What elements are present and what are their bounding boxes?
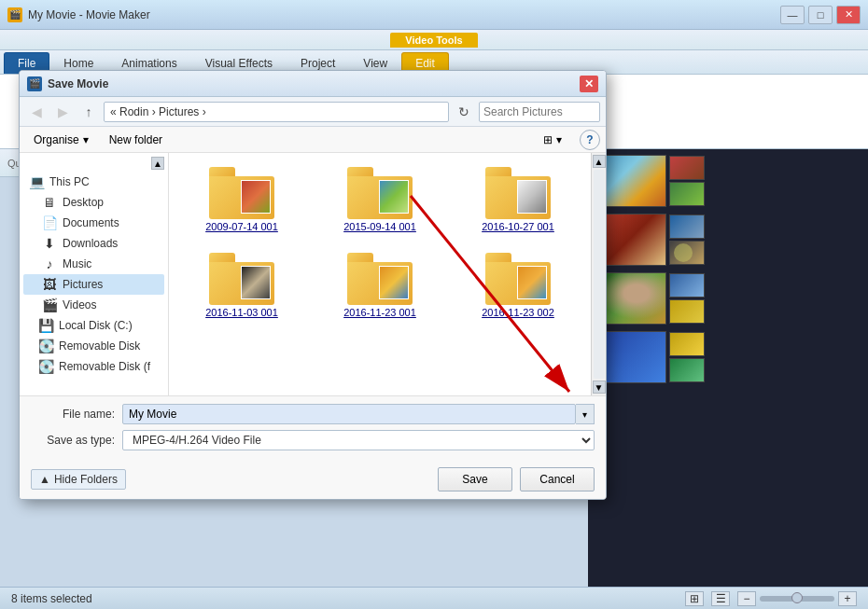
cancel-btn[interactable]: Cancel <box>520 467 595 491</box>
scroll-up-btn[interactable]: ▲ <box>593 155 606 168</box>
dialog-footer: File name: ▾ Save as type: MPEG-4/H.264 … <box>20 395 606 464</box>
folder-2016-11-23-002[interactable]: 2016-11-23 002 <box>453 246 583 325</box>
folder-2016-11-23-001[interactable]: 2016-11-23 001 <box>315 246 445 325</box>
sidebar-item-removable-disk-f[interactable]: 💽 Removable Disk (f <box>23 356 164 377</box>
thumbnail-1[interactable] <box>592 153 864 209</box>
dialog-scrollbar[interactable]: ▲ ▼ <box>591 153 606 395</box>
view-icon-1[interactable]: ⊞ <box>685 591 704 606</box>
thumbnail-strip <box>588 149 868 389</box>
folder-2009-07-14-001[interactable]: 2009-07-14 001 <box>176 160 307 239</box>
folder-photo-1 <box>241 180 271 214</box>
view-icon-2[interactable]: ☰ <box>711 591 730 606</box>
videos-icon: 🎬 <box>42 298 57 312</box>
filename-dropdown-btn[interactable]: ▾ <box>576 404 595 424</box>
downloads-icon: ⬇ <box>42 236 57 251</box>
folder-icon-5 <box>347 253 413 305</box>
sidebar-item-this-pc[interactable]: 💻 This PC <box>23 172 164 192</box>
folder-label-5: 2016-11-23 001 <box>343 307 416 318</box>
search-box: 🔍 <box>479 102 600 122</box>
filename-input[interactable] <box>122 404 576 424</box>
new-folder-btn[interactable]: New folder <box>101 130 171 150</box>
view-chevron: ▾ <box>556 133 562 146</box>
folder-label-4: 2016-11-03 001 <box>205 307 278 318</box>
sidebar-item-documents[interactable]: 📄 Documents <box>23 213 164 233</box>
scroll-down-btn[interactable]: ▼ <box>593 381 606 394</box>
thumb-3-sub-1 <box>669 273 705 298</box>
music-icon: ♪ <box>42 256 57 271</box>
sidebar-label-removable-disk: Removable Disk <box>59 339 140 353</box>
status-bar: 8 items selected ⊞ ☰ − + <box>0 587 868 609</box>
nav-refresh-btn[interactable]: ↻ <box>453 102 475 122</box>
sidebar-item-pictures[interactable]: 🖼 Pictures <box>23 274 164 295</box>
thumbnail-3[interactable] <box>592 270 864 326</box>
sidebar-item-removable-disk[interactable]: 💽 Removable Disk <box>23 336 164 356</box>
sidebar-item-videos[interactable]: 🎬 Videos <box>23 295 164 315</box>
removable-disk-f-icon: 💽 <box>38 359 53 374</box>
help-dialog-btn[interactable]: ? <box>580 130 600 150</box>
folder-icon-1 <box>209 167 274 219</box>
sidebar-label-desktop: Desktop <box>63 196 104 209</box>
breadcrumb[interactable]: « Rodin › Pictures › <box>104 102 449 122</box>
hide-folders-btn[interactable]: ▲ Hide Folders <box>31 469 126 490</box>
local-disk-c-icon: 💾 <box>38 318 53 333</box>
nav-up-btn[interactable]: ↑ <box>77 102 100 122</box>
folder-icon-2 <box>347 167 413 219</box>
folder-icon-3 <box>485 167 551 219</box>
dialog-close-btn[interactable]: ✕ <box>580 76 598 92</box>
sidebar-scroll-up[interactable]: ▲ <box>151 157 164 170</box>
sidebar-item-local-disk-c[interactable]: 💾 Local Disk (C:) <box>23 315 164 336</box>
folder-2016-11-03-001[interactable]: 2016-11-03 001 <box>176 246 307 325</box>
zoom-slider[interactable] <box>760 596 834 602</box>
thumb-2-sub <box>669 215 705 265</box>
maximize-btn[interactable]: □ <box>808 6 833 24</box>
folder-label-3: 2016-10-27 001 <box>482 221 554 232</box>
minimize-btn[interactable]: — <box>780 6 805 24</box>
folder-2015-09-14-001[interactable]: 2015-09-14 001 <box>315 160 445 239</box>
view-btn[interactable]: ⊞ ▾ <box>535 130 576 150</box>
zoom-out-btn[interactable]: − <box>737 591 756 606</box>
dialog-toolbar: Organise ▾ New folder ⊞ ▾ ? <box>20 127 606 153</box>
nav-back-btn[interactable]: ◀ <box>25 102 48 122</box>
thumbnail-4[interactable] <box>592 329 864 385</box>
save-btn[interactable]: Save <box>438 467 512 491</box>
nav-forward-btn[interactable]: ▶ <box>51 102 74 122</box>
hide-folders-label: Hide Folders <box>54 473 118 486</box>
right-panel <box>588 149 868 609</box>
this-pc-icon: 💻 <box>29 174 44 189</box>
sidebar-item-desktop[interactable]: 🖥 Desktop <box>23 192 164 213</box>
video-tools-bar: Video Tools <box>0 30 868 50</box>
save-as-type-select[interactable]: MPEG-4/H.264 Video File <box>122 430 595 450</box>
sidebar-item-music[interactable]: ♪ Music <box>23 254 164 274</box>
sidebar-label-pictures: Pictures <box>63 278 103 291</box>
filename-input-group: ▾ <box>122 404 595 424</box>
action-buttons: Save Cancel <box>438 467 595 491</box>
thumb-2-sub-1 <box>669 215 705 239</box>
close-btn[interactable]: ✕ <box>836 6 861 24</box>
search-input[interactable] <box>483 105 607 118</box>
thumbnail-2[interactable] <box>592 212 864 268</box>
folder-photo-6 <box>517 266 547 299</box>
hide-folders-chevron: ▲ <box>39 473 50 486</box>
folder-photo-3 <box>517 180 547 214</box>
zoom-in-btn[interactable]: + <box>838 591 857 606</box>
dialog-nav-bar: ◀ ▶ ↑ « Rodin › Pictures › ↻ 🔍 <box>20 97 606 127</box>
dialog-actions: ▲ Hide Folders Save Cancel <box>20 464 606 499</box>
scroll-track <box>594 170 605 379</box>
breadcrumb-text: « Rodin › Pictures › <box>110 105 206 118</box>
thumb-2-sub-2 <box>669 241 705 265</box>
folder-2016-10-27-001[interactable]: 2016-10-27 001 <box>453 160 583 239</box>
sidebar-label-downloads: Downloads <box>63 237 118 250</box>
sidebar-label-removable-disk-f: Removable Disk (f <box>59 360 150 373</box>
window-controls: — □ ✕ <box>780 6 861 24</box>
app-title: My Movie - Movie Maker <box>28 8 780 21</box>
sidebar-label-videos: Videos <box>63 298 96 311</box>
sidebar-label-documents: Documents <box>63 216 119 229</box>
dialog-title-bar: 🎬 Save Movie ✕ <box>20 71 606 97</box>
organise-btn[interactable]: Organise ▾ <box>25 130 97 150</box>
status-right: ⊞ ☰ − + <box>685 591 857 606</box>
thumb-3-sub-2 <box>669 299 705 324</box>
sidebar-item-downloads[interactable]: ⬇ Downloads <box>23 233 164 254</box>
folder-photo-2 <box>379 180 409 214</box>
dialog-content: ▲ 💻 This PC 🖥 Desktop 📄 Documents ⬇ Down… <box>20 153 606 395</box>
organise-chevron: ▾ <box>83 133 89 146</box>
